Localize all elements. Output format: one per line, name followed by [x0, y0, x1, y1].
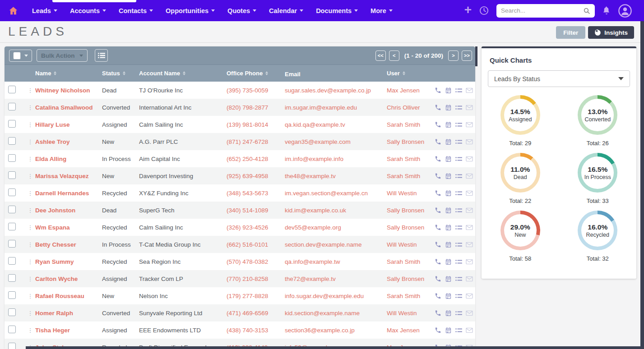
lead-email-link[interactable]: im.vegan.section@example.cn	[285, 190, 387, 197]
call-icon[interactable]	[435, 224, 441, 231]
calendar-icon[interactable]	[445, 104, 452, 111]
activity-list-icon[interactable]	[455, 327, 462, 333]
call-icon[interactable]	[435, 173, 441, 179]
row-checkbox[interactable]	[8, 274, 16, 282]
lead-user-link[interactable]: Sarah Smith	[387, 121, 435, 128]
row-menu-kebab-icon[interactable]: ⋮	[25, 207, 35, 214]
envelope-icon[interactable]	[466, 259, 473, 265]
lead-name-link[interactable]: Darnell Hernandes	[35, 190, 102, 197]
lead-name-link[interactable]: Catalina Smallwood	[35, 104, 102, 111]
envelope-icon[interactable]	[466, 225, 473, 230]
activity-list-icon[interactable]	[455, 276, 462, 282]
row-menu-kebab-icon[interactable]: ⋮	[25, 241, 35, 248]
row-checkbox[interactable]	[8, 326, 16, 333]
call-icon[interactable]	[435, 293, 441, 299]
nav-item-opportunities[interactable]: Opportunities	[166, 7, 215, 14]
lead-email-link[interactable]: im.sugar.im@example.edu	[285, 104, 387, 111]
row-menu-kebab-icon[interactable]: ⋮	[25, 258, 35, 265]
activity-list-icon[interactable]	[455, 173, 462, 179]
lead-phone-link[interactable]: (326) 923-4526	[227, 224, 285, 231]
envelope-icon[interactable]	[466, 276, 473, 282]
calendar-icon[interactable]	[445, 173, 452, 179]
row-checkbox[interactable]	[8, 206, 16, 213]
select-all-checkbox[interactable]	[13, 52, 21, 60]
lead-phone-link[interactable]: (438) 740-3153	[227, 327, 285, 334]
activity-list-icon[interactable]	[455, 310, 462, 316]
sort-arrows-icon[interactable]	[54, 71, 56, 75]
envelope-icon[interactable]	[466, 242, 473, 248]
lead-name-link[interactable]: Marissa Velazquez	[35, 173, 102, 179]
lead-email-link[interactable]: sugar.sales.dev@example.co.jp	[285, 87, 387, 94]
horizontal-scrollbar[interactable]	[26, 346, 644, 349]
search-icon[interactable]	[583, 7, 590, 14]
envelope-icon[interactable]	[466, 173, 473, 179]
lead-name-link[interactable]: Dee Johnston	[35, 207, 102, 214]
envelope-icon[interactable]	[466, 207, 473, 213]
calendar-icon[interactable]	[445, 224, 452, 231]
lead-name-link[interactable]: Wm Espana	[35, 224, 102, 231]
call-icon[interactable]	[435, 138, 441, 145]
call-icon[interactable]	[435, 258, 441, 265]
lead-user-link[interactable]: Sally Bronsen	[387, 207, 435, 214]
lead-name-link[interactable]: Hillary Luse	[35, 121, 102, 128]
lead-user-link[interactable]: Sally Bronsen	[387, 138, 435, 145]
column-header-name[interactable]: Name	[35, 70, 102, 77]
envelope-icon[interactable]	[466, 293, 473, 299]
lead-user-link[interactable]: Will Westin	[387, 241, 435, 248]
filter-button[interactable]: Filter	[556, 26, 585, 39]
lead-phone-link[interactable]: (348) 543-5673	[227, 190, 285, 197]
envelope-icon[interactable]	[466, 87, 473, 93]
lead-email-link[interactable]: section.dev@example.name	[285, 241, 387, 248]
calendar-icon[interactable]	[445, 293, 452, 299]
row-menu-kebab-icon[interactable]: ⋮	[25, 104, 35, 111]
lead-email-link[interactable]: the48@example.tv	[285, 173, 387, 179]
calendar-icon[interactable]	[445, 190, 452, 197]
lead-user-link[interactable]: Sarah Smith	[387, 293, 435, 299]
search-input[interactable]	[501, 7, 583, 14]
lead-user-link[interactable]: Sarah Smith	[387, 173, 435, 179]
lead-phone-link[interactable]: (925) 639-4958	[227, 173, 285, 179]
lead-phone-link[interactable]: (179) 277-8828	[227, 293, 285, 299]
lead-email-link[interactable]: kid.section@example.name	[285, 310, 387, 317]
nav-item-calendar[interactable]: Calendar	[269, 7, 303, 14]
calendar-icon[interactable]	[445, 327, 452, 334]
call-icon[interactable]	[435, 190, 441, 197]
select-all-dropdown[interactable]	[9, 50, 32, 62]
row-checkbox[interactable]	[8, 308, 16, 316]
activity-list-icon[interactable]	[455, 105, 462, 110]
call-icon[interactable]	[435, 104, 441, 111]
activity-list-icon[interactable]	[455, 190, 462, 196]
call-icon[interactable]	[435, 241, 441, 248]
lead-email-link[interactable]: im.info@example.info	[285, 156, 387, 162]
activity-list-icon[interactable]	[455, 293, 462, 299]
table-scrollbar-thumb[interactable]	[475, 46, 477, 66]
row-checkbox[interactable]	[8, 343, 16, 349]
row-checkbox[interactable]	[8, 223, 16, 230]
lead-phone-link[interactable]: (340) 514-1089	[227, 207, 285, 214]
lead-user-link[interactable]: Max Jensen	[387, 87, 435, 94]
lead-phone-link[interactable]: (471) 469-6569	[227, 310, 285, 317]
activity-list-icon[interactable]	[455, 207, 462, 213]
lead-email-link[interactable]: vegan35@example.com	[285, 138, 387, 145]
activity-list-icon[interactable]	[455, 156, 462, 162]
call-icon[interactable]	[435, 156, 441, 162]
pagination-first-button[interactable]: <<	[375, 51, 386, 61]
call-icon[interactable]	[435, 87, 441, 94]
calendar-icon[interactable]	[445, 156, 452, 162]
chart-type-dropdown[interactable]: Leads By Status	[488, 70, 630, 87]
lead-user-link[interactable]: Will Westin	[387, 190, 435, 197]
activity-list-icon[interactable]	[455, 242, 462, 248]
envelope-icon[interactable]	[466, 139, 473, 145]
lead-email-link[interactable]: info.sugar.dev@example.edu	[285, 293, 387, 299]
user-avatar[interactable]	[618, 4, 632, 18]
pagination-next-button[interactable]: >	[448, 51, 459, 61]
recently-viewed-icon[interactable]	[479, 5, 489, 16]
lead-email-link[interactable]: the72@example.tv	[285, 276, 387, 282]
quick-create-plus-icon[interactable]: +	[464, 4, 472, 16]
nav-item-accounts[interactable]: Accounts	[70, 7, 106, 14]
insights-button[interactable]: Insights	[588, 26, 634, 39]
row-checkbox[interactable]	[8, 291, 16, 299]
row-checkbox[interactable]	[8, 171, 16, 179]
vertical-scrollbar[interactable]	[640, 21, 644, 349]
lead-user-link[interactable]: Sarah Smith	[387, 258, 435, 265]
